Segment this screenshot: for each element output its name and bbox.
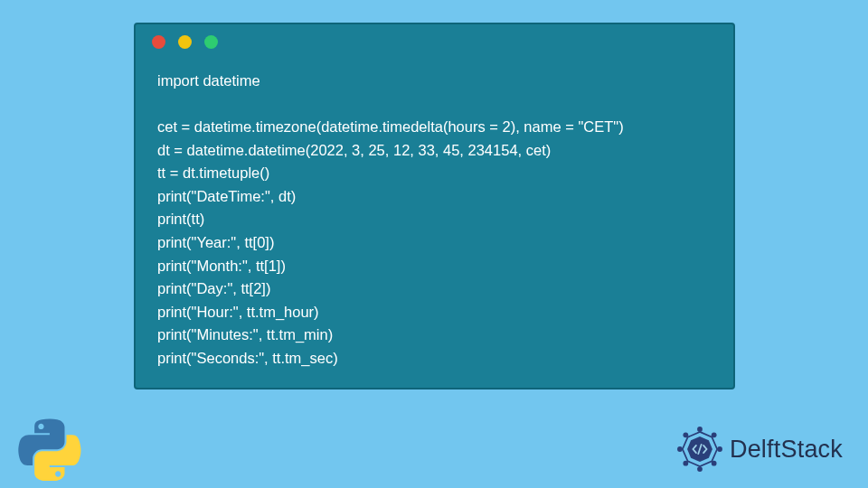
- code-block: import datetime cet = datetime.timezone(…: [136, 59, 733, 388]
- minimize-icon: [178, 35, 192, 49]
- maximize-icon: [204, 35, 218, 49]
- python-logo-icon: [18, 418, 81, 481]
- code-window: import datetime cet = datetime.timezone(…: [134, 23, 735, 389]
- delftstack-icon: [674, 423, 726, 475]
- brand-name: DelftStack: [730, 436, 843, 464]
- brand-logo: DelftStack: [674, 423, 843, 475]
- close-icon: [152, 35, 165, 49]
- window-titlebar: [136, 24, 733, 59]
